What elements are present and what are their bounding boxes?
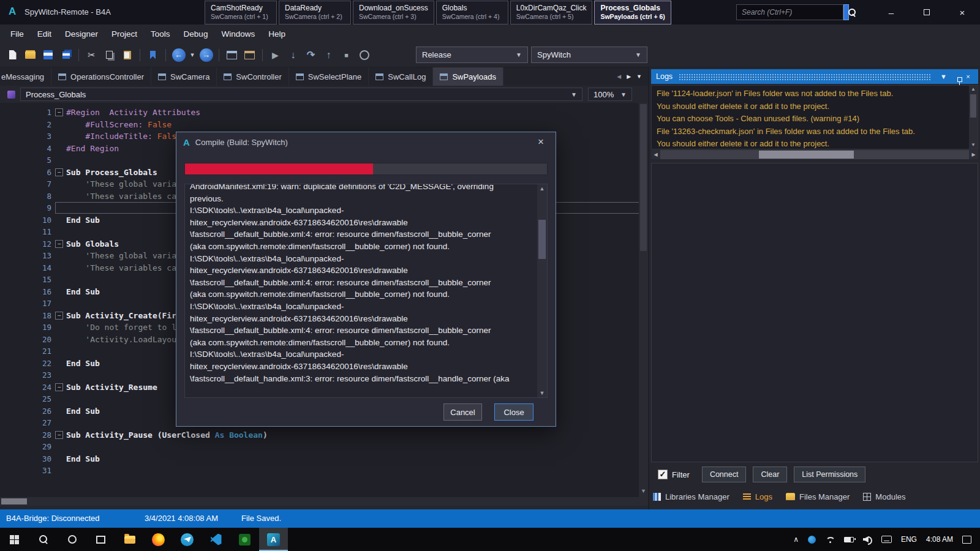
module-tab-OperationsController[interactable]: OperationsController — [51, 67, 151, 86]
open-project-icon[interactable] — [23, 47, 38, 62]
logs-message-list[interactable]: File '1124-loader.json' in Files folder … — [651, 85, 978, 149]
telegram-button[interactable] — [173, 528, 202, 551]
step-into-icon[interactable] — [285, 47, 301, 62]
cut-icon[interactable] — [84, 47, 99, 62]
new-file-icon[interactable] — [5, 47, 20, 62]
green-app-button[interactable] — [230, 528, 259, 551]
fold-collapse-icon[interactable]: − — [55, 431, 63, 439]
save-all-icon[interactable] — [58, 47, 74, 62]
module-tab-SwSelectPlane[interactable]: SwSelectPlane — [289, 67, 369, 86]
navigate-forward-icon[interactable] — [198, 47, 214, 62]
dock-tab-modules[interactable]: Modules — [863, 492, 905, 501]
scrollbar-thumb[interactable] — [1, 498, 27, 504]
language-indicator[interactable]: ENG — [901, 535, 917, 544]
scrollbar-thumb[interactable] — [640, 104, 647, 251]
fold-collapse-icon[interactable]: − — [55, 383, 63, 391]
scroll-left-icon[interactable]: ◀ — [651, 150, 660, 159]
module-tab-SwPayloads[interactable]: SwPayloads — [433, 67, 503, 86]
tray-app-icon[interactable] — [808, 536, 816, 544]
quick-access-tab[interactable]: L0xDirCamQaz_ClickSwCamera (ctrl + 5) — [510, 1, 593, 24]
scroll-up-icon[interactable]: ▲ — [537, 184, 547, 193]
task-view-button[interactable] — [86, 528, 115, 551]
module-tab-SwCallLog[interactable]: SwCallLog — [369, 67, 433, 86]
quick-access-tab[interactable]: CamShotReadySwCamera (ctrl + 1) — [205, 1, 277, 24]
minimize-button[interactable]: – — [873, 0, 909, 24]
step-over-icon[interactable] — [303, 47, 318, 62]
menu-debug[interactable]: Debug — [177, 24, 215, 43]
dock-tab-libraries-manager[interactable]: Libraries Manager — [653, 492, 729, 501]
cancel-button[interactable]: Cancel — [443, 403, 482, 421]
designer2-icon[interactable] — [242, 47, 257, 62]
menu-project[interactable]: Project — [105, 24, 144, 43]
scroll-up-icon[interactable]: ▲ — [969, 86, 978, 93]
navigate-back-icon[interactable] — [171, 47, 186, 62]
filter-checkbox[interactable]: ✓ — [658, 470, 668, 479]
bookmark-icon[interactable] — [145, 47, 160, 62]
dialog-close-action-button[interactable]: Close — [494, 403, 533, 421]
menu-tools[interactable]: Tools — [144, 24, 177, 43]
logs-close-button[interactable]: × — [963, 73, 973, 80]
editor-vertical-scrollbar[interactable]: ▼ — [639, 103, 648, 506]
panel-splitter[interactable] — [648, 67, 649, 509]
menu-help[interactable]: Help — [262, 24, 292, 43]
volume-icon[interactable] — [863, 536, 872, 543]
scroll-down-icon[interactable]: ▼ — [537, 389, 547, 397]
quick-access-tab[interactable]: DataReadySwCamera (ctrl + 2) — [279, 1, 351, 24]
tab-scroll-right-icon[interactable]: ▶ — [627, 73, 631, 80]
hidden-icons-chevron[interactable]: ∧ — [793, 535, 799, 544]
profiler-icon[interactable] — [356, 47, 372, 62]
dock-menu-caret-icon[interactable]: ▼ — [938, 73, 949, 80]
firefox-button[interactable] — [144, 528, 173, 551]
module-tab-SwCamera[interactable]: SwCamera — [151, 67, 217, 86]
maximize-button[interactable] — [909, 0, 944, 24]
menu-windows[interactable]: Windows — [214, 24, 262, 43]
back-history-caret-icon[interactable] — [189, 47, 196, 62]
logs-horizontal-scrollbar[interactable]: ◀ ▶ — [651, 150, 978, 159]
dock-tab-files-manager[interactable]: Files Manager — [786, 492, 850, 501]
network-icon[interactable] — [825, 536, 835, 544]
scroll-down-icon[interactable]: ▼ — [639, 487, 648, 496]
taskbar-search-button[interactable] — [29, 528, 58, 551]
step-out-icon[interactable] — [321, 47, 336, 62]
keyboard-icon[interactable] — [881, 536, 892, 543]
fold-collapse-icon[interactable]: − — [55, 168, 63, 176]
file-explorer-button[interactable] — [115, 528, 144, 551]
run-icon[interactable] — [268, 47, 283, 62]
search-button[interactable] — [843, 4, 849, 20]
compile-output[interactable]: AndroidManifest.xml:19: warn: duplicate … — [184, 184, 548, 398]
scroll-right-icon[interactable]: ▶ — [969, 150, 978, 159]
designer-icon[interactable] — [224, 47, 239, 62]
menu-file[interactable]: File — [4, 24, 31, 43]
dialog-close-button[interactable]: × — [533, 136, 549, 148]
quick-access-tab[interactable]: Process_GlobalsSwPayloads (ctrl + 6) — [594, 1, 671, 24]
scrollbar-thumb[interactable] — [538, 220, 546, 259]
sub-selector[interactable]: Process_Globals ▼ — [20, 88, 582, 101]
copy-icon[interactable] — [102, 47, 117, 62]
build-target-select[interactable]: SpyWitch ▼ — [531, 47, 647, 63]
clock[interactable]: 4:08 AM — [926, 535, 953, 544]
start-button-button[interactable] — [0, 528, 29, 551]
scrollbar-thumb[interactable] — [759, 151, 854, 159]
b4a-button[interactable]: A — [259, 528, 288, 551]
fold-collapse-icon[interactable]: − — [55, 312, 63, 320]
paste-icon[interactable] — [119, 47, 135, 62]
clear-button[interactable]: Clear — [753, 467, 787, 482]
logs-vertical-scrollbar[interactable]: ▲ ▼ — [969, 86, 978, 149]
logs-panel-header[interactable]: Logs ▼ × — [651, 69, 978, 84]
vscode-button[interactable] — [202, 528, 230, 551]
fold-collapse-icon[interactable]: − — [55, 240, 63, 248]
save-icon[interactable] — [40, 47, 56, 62]
zoom-select[interactable]: 100% ▼ — [588, 88, 632, 101]
quick-access-tab[interactable]: GlobalsSwCamera (ctrl + 4) — [436, 1, 508, 24]
module-tab-SwController[interactable]: SwController — [217, 67, 288, 86]
connect-button[interactable]: Connect — [702, 467, 747, 482]
menu-designer[interactable]: Designer — [58, 24, 105, 43]
dock-tab-logs[interactable]: Logs — [743, 492, 772, 501]
close-button[interactable]: × — [944, 0, 980, 24]
stop-icon[interactable] — [339, 47, 354, 62]
action-center-icon[interactable] — [962, 536, 971, 544]
search-input[interactable] — [736, 4, 843, 20]
dialog-scrollbar[interactable]: ▲ ▼ — [537, 184, 547, 397]
module-tab-eMessaging[interactable]: eMessaging — [0, 67, 51, 86]
tab-scroll-left-icon[interactable]: ◀ — [617, 73, 621, 80]
